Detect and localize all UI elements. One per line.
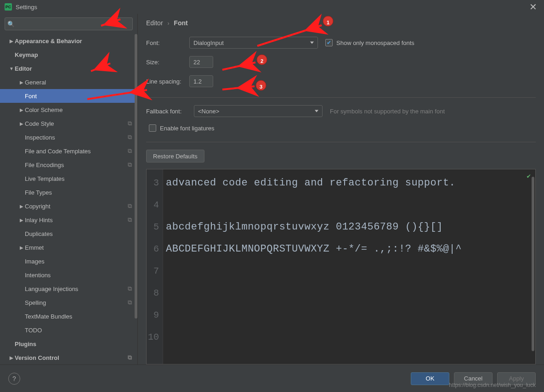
code-line bbox=[163, 304, 535, 326]
copy-icon: ⧉ bbox=[128, 285, 132, 292]
line-spacing-input[interactable] bbox=[189, 75, 213, 87]
tree-item-label: File Types bbox=[25, 189, 132, 196]
font-select[interactable]: DialogInput bbox=[189, 37, 318, 49]
sidebar: 🔍 ▶Appearance & BehaviorKeymap▼Editor▶Ge… bbox=[0, 14, 138, 364]
breadcrumb-parent[interactable]: Editor bbox=[146, 19, 163, 27]
tree-item-general[interactable]: ▶General bbox=[0, 75, 137, 89]
code-line bbox=[163, 260, 535, 282]
line-number: 7 bbox=[147, 260, 163, 282]
tree-item-label: Plugins bbox=[15, 341, 132, 347]
tree-item-file-types[interactable]: File Types bbox=[0, 185, 137, 199]
monospace-label: Show only monospaced fonts bbox=[336, 39, 414, 46]
tree-item-label: Intentions bbox=[25, 272, 132, 279]
monospace-checkbox[interactable]: ✔ bbox=[325, 39, 333, 46]
tree-item-color-scheme[interactable]: ▶Color Scheme bbox=[0, 103, 137, 117]
settings-tree[interactable]: ▶Appearance & BehaviorKeymap▼Editor▶Gene… bbox=[0, 34, 137, 364]
tree-item-editor[interactable]: ▼Editor bbox=[0, 62, 137, 75]
tree-item-version-control[interactable]: ▶Version Control⧉ bbox=[0, 351, 137, 364]
tree-item-font[interactable]: Font bbox=[0, 89, 137, 103]
line-number: 6 bbox=[147, 238, 163, 260]
tree-item-label: Spelling bbox=[25, 299, 125, 306]
preview-scrollbar[interactable] bbox=[531, 169, 535, 364]
tree-arrow-icon: ▶ bbox=[18, 80, 25, 85]
tree-item-todo[interactable]: TODO bbox=[0, 323, 137, 337]
code-line: advanced code editing and refactoring su… bbox=[163, 172, 535, 194]
tree-item-label: TextMate Bundles bbox=[25, 313, 132, 320]
tree-item-emmet[interactable]: ▶Emmet bbox=[0, 241, 137, 254]
code-line: ABCDEFGHIJKLMNOPQRSTUVWXYZ +-*/= .,;:!? … bbox=[163, 238, 535, 260]
tree-item-label: File and Code Templates bbox=[25, 148, 125, 155]
tree-item-copyright[interactable]: ▶Copyright⧉ bbox=[0, 199, 137, 213]
sidebar-scrollbar[interactable] bbox=[135, 34, 137, 364]
copy-icon: ⧉ bbox=[128, 161, 132, 168]
line-number: 3 bbox=[147, 172, 163, 194]
tree-item-label: Color Scheme bbox=[25, 106, 132, 113]
breadcrumb: Editor › Font bbox=[146, 19, 536, 27]
font-select-value: DialogInput bbox=[193, 39, 224, 46]
tree-arrow-icon: ▶ bbox=[18, 218, 25, 223]
tree-item-label: Font bbox=[25, 93, 132, 100]
tree-item-label: File Encodings bbox=[25, 162, 125, 168]
preview-code: ✔ advanced code editing and refactoring … bbox=[163, 169, 535, 364]
tree-item-label: Images bbox=[25, 258, 132, 265]
tree-item-label: Inspections bbox=[25, 134, 125, 141]
restore-defaults-button[interactable]: Restore Defaults bbox=[146, 150, 204, 162]
breadcrumb-current: Font bbox=[174, 19, 187, 27]
search-input[interactable] bbox=[5, 17, 133, 30]
tree-item-label: TODO bbox=[25, 327, 132, 334]
tree-arrow-icon: ▶ bbox=[18, 121, 25, 126]
tree-item-file-and-code-templates[interactable]: File and Code Templates⧉ bbox=[0, 144, 137, 158]
font-preview: 345678910 ✔ advanced code editing and re… bbox=[146, 169, 536, 364]
tree-item-label: General bbox=[25, 79, 132, 86]
tree-item-inlay-hints[interactable]: ▶Inlay Hints⧉ bbox=[0, 213, 137, 227]
tree-item-label: Keymap bbox=[15, 51, 132, 58]
cancel-button[interactable]: Cancel bbox=[454, 372, 493, 385]
line-number: 5 bbox=[147, 216, 163, 238]
close-icon[interactable]: ✕ bbox=[527, 2, 539, 11]
tree-item-plugins[interactable]: Plugins bbox=[0, 337, 137, 351]
tree-item-inspections[interactable]: Inspections⧉ bbox=[0, 130, 137, 144]
tree-item-language-injections[interactable]: Language Injections⧉ bbox=[0, 282, 137, 296]
tree-item-duplicates[interactable]: Duplicates bbox=[0, 227, 137, 241]
tree-item-keymap[interactable]: Keymap bbox=[0, 48, 137, 62]
tree-item-textmate-bundles[interactable]: TextMate Bundles bbox=[0, 309, 137, 323]
size-input[interactable] bbox=[189, 56, 213, 68]
divider bbox=[146, 97, 536, 98]
tree-item-appearance-behavior[interactable]: ▶Appearance & Behavior bbox=[0, 34, 137, 48]
tree-item-images[interactable]: Images bbox=[0, 254, 137, 268]
check-icon: ✔ bbox=[527, 172, 531, 180]
tree-arrow-icon: ▶ bbox=[18, 204, 25, 209]
tree-item-file-encodings[interactable]: File Encodings⧉ bbox=[0, 158, 137, 172]
ok-button[interactable]: OK bbox=[411, 372, 449, 385]
line-spacing-label: Line spacing: bbox=[146, 78, 189, 85]
search-icon: 🔍 bbox=[7, 21, 15, 28]
apply-button[interactable]: Apply bbox=[497, 372, 536, 385]
line-number: 9 bbox=[147, 304, 163, 326]
copy-icon: ⧉ bbox=[128, 299, 132, 306]
main-panel: Editor › Font Font: DialogInput ✔ Show o… bbox=[138, 14, 544, 364]
tree-item-intentions[interactable]: Intentions bbox=[0, 268, 137, 282]
code-line bbox=[163, 326, 535, 348]
tree-item-label: Version Control bbox=[15, 354, 125, 361]
fallback-select[interactable]: <None> bbox=[194, 105, 323, 117]
ligatures-checkbox[interactable]: ✔ bbox=[149, 124, 156, 132]
chevron-down-icon bbox=[315, 110, 318, 112]
tree-arrow-icon: ▼ bbox=[8, 66, 15, 71]
tree-item-label: Code Style bbox=[25, 120, 125, 127]
footer: ? OK Cancel Apply bbox=[0, 364, 544, 392]
tree-item-label: Language Injections bbox=[25, 286, 125, 292]
tree-item-label: Appearance & Behavior bbox=[15, 38, 132, 45]
chevron-down-icon bbox=[310, 42, 314, 44]
divider bbox=[146, 142, 536, 142]
fallback-label: Fallback font: bbox=[146, 108, 194, 115]
tree-item-label: Copyright bbox=[25, 203, 125, 210]
tree-item-label: Duplicates bbox=[25, 230, 132, 237]
window-title: Settings bbox=[16, 4, 527, 11]
app-icon: PC bbox=[5, 3, 12, 11]
tree-item-spelling[interactable]: Spelling⧉ bbox=[0, 296, 137, 309]
tree-arrow-icon: ▶ bbox=[8, 39, 15, 44]
tree-item-code-style[interactable]: ▶Code Style⧉ bbox=[0, 117, 137, 130]
copy-icon: ⧉ bbox=[128, 216, 132, 224]
tree-item-live-templates[interactable]: Live Templates bbox=[0, 172, 137, 185]
help-button[interactable]: ? bbox=[8, 373, 20, 385]
